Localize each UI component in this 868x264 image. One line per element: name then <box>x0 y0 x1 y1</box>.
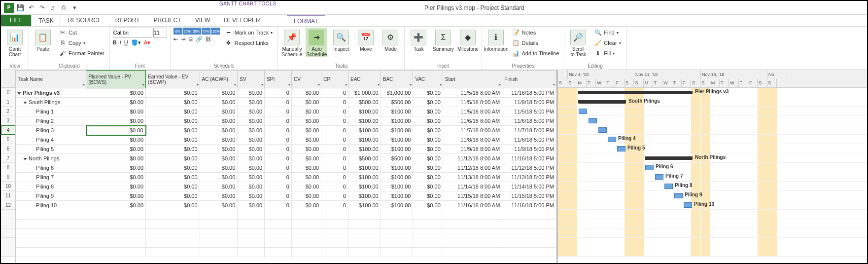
summary-bar[interactable] <box>579 100 625 104</box>
cell-vac[interactable]: $0.00 <box>413 126 443 135</box>
cell-cpi[interactable]: 0 <box>321 116 348 126</box>
cell-pv[interactable]: $0.00 <box>86 201 146 210</box>
gantt-row[interactable]: South Pilings <box>558 97 867 107</box>
cell-acwp[interactable]: $0.00 <box>200 201 238 210</box>
cell-spi[interactable]: 0 <box>265 173 292 182</box>
cell-vac[interactable]: $0.00 <box>413 107 443 116</box>
cell-vac[interactable]: $0.00 <box>413 145 443 154</box>
task-bar[interactable] <box>589 118 597 123</box>
cell-ev[interactable]: $0.00 <box>146 98 200 107</box>
cell-vac[interactable]: $0.00 <box>413 135 443 145</box>
cell-start[interactable]: 11/13/18 8:00 AM <box>443 173 502 182</box>
row-number[interactable]: 6 <box>1 144 15 153</box>
row-number[interactable]: 8 <box>1 163 15 172</box>
insert-milestone-button[interactable]: ◆Milestone <box>457 28 479 52</box>
cell-ev[interactable]: $0.00 <box>146 145 200 154</box>
cell-ev[interactable]: $0.00 <box>146 126 200 135</box>
cell-bac[interactable]: $100.00 <box>381 182 413 191</box>
cell-finish[interactable]: 11/9/18 5:00 PM <box>502 98 556 107</box>
cell-pv[interactable]: $0.00 <box>86 154 146 163</box>
table-row[interactable]: Piling 3$0.00$0.00$0.00$0.000$0.000$100.… <box>16 126 556 135</box>
table-row[interactable]: Piling 7$0.00$0.00$0.00$0.000$0.000$100.… <box>16 173 556 182</box>
cell-finish[interactable]: 11/12/18 5:00 PM <box>502 163 556 173</box>
cell-sv[interactable]: $0.00 <box>238 145 265 154</box>
cell-cv[interactable]: $0.00 <box>291 173 321 182</box>
cell-name[interactable]: Piling 8 <box>16 182 86 191</box>
format-painter-button[interactable]: 🖌Format Painter <box>57 48 106 58</box>
column-header-ev[interactable]: Earned Value - EV (BCWP)▾ <box>146 71 200 88</box>
table-row[interactable]: Piling 9$0.00$0.00$0.00$0.000$0.000$100.… <box>16 191 556 201</box>
cell-start[interactable]: 11/6/18 8:00 AM <box>443 116 502 126</box>
cell-start[interactable]: 11/14/18 8:00 AM <box>443 182 502 191</box>
cell-finish[interactable]: 11/14/18 5:00 PM <box>502 182 556 191</box>
save-icon[interactable]: 💾 <box>16 3 25 12</box>
cell-cv[interactable]: $0.00 <box>291 163 321 173</box>
cell-cv[interactable]: $0.00 <box>291 98 321 107</box>
column-header-vac[interactable]: VAC▾ <box>413 71 443 88</box>
tab-developer[interactable]: DEVELOPER <box>217 15 267 26</box>
cell-acwp[interactable]: $0.00 <box>200 116 238 126</box>
cell-sv[interactable]: $0.00 <box>238 201 265 210</box>
cell-sv[interactable]: $0.00 <box>238 116 265 126</box>
tab-report[interactable]: REPORT <box>108 15 147 26</box>
cell-eac[interactable]: $100.00 <box>348 173 381 182</box>
cell-ev[interactable]: $0.00 <box>146 88 200 98</box>
tab-project[interactable]: PROJECT <box>147 15 188 26</box>
cell-start[interactable]: 11/16/18 8:00 AM <box>443 201 502 210</box>
row-number[interactable]: 4 <box>1 125 15 135</box>
cell-vac[interactable]: $0.00 <box>413 201 443 210</box>
fill-button[interactable]: ⬇Fill▾ <box>592 48 623 58</box>
row-number[interactable]: 11 <box>1 191 15 200</box>
pct-50-button[interactable]: 50% <box>192 28 201 35</box>
task-bar[interactable] <box>664 184 673 189</box>
table-row[interactable]: Piling 4$0.00$0.00$0.00$0.000$0.000$100.… <box>16 135 556 145</box>
gantt-row[interactable]: Piling 4 <box>558 135 867 144</box>
task-bar[interactable] <box>655 174 663 180</box>
cell-cv[interactable]: $0.00 <box>291 116 321 126</box>
summary-bar[interactable] <box>645 156 692 160</box>
fill-color-button[interactable]: 🪣▾ <box>131 39 141 46</box>
cell-bac[interactable]: $500.00 <box>381 98 413 107</box>
cell-spi[interactable]: 0 <box>265 107 292 116</box>
gantt-row[interactable] <box>558 116 867 125</box>
cell-ev[interactable]: $0.00 <box>146 107 200 116</box>
cell-finish[interactable]: 11/6/18 5:00 PM <box>502 116 556 126</box>
cell-pv[interactable]: $0.00 <box>86 88 146 98</box>
cell-acwp[interactable]: $0.00 <box>200 135 238 145</box>
cell-name[interactable]: Piling 10 <box>16 201 86 210</box>
row-number[interactable]: 10 <box>1 182 15 191</box>
italic-button[interactable]: I <box>120 39 121 46</box>
cell-bac[interactable]: $100.00 <box>381 107 413 116</box>
cell-cv[interactable]: $0.00 <box>291 182 321 191</box>
cell-cpi[interactable]: 0 <box>321 201 348 210</box>
cell-spi[interactable]: 0 <box>265 98 292 107</box>
cell-start[interactable]: 11/5/18 8:00 AM <box>443 107 502 116</box>
table-row[interactable]: Piling 10$0.00$0.00$0.00$0.000$0.000$100… <box>16 201 556 210</box>
tab-task[interactable]: TASK <box>31 15 61 26</box>
indent-button[interactable]: ⇥ <box>181 36 185 42</box>
column-header-cpi[interactable]: CPI▾ <box>321 71 348 88</box>
tab-file[interactable]: FILE <box>1 15 31 26</box>
details-button[interactable]: 📋Details <box>510 38 561 48</box>
cell-acwp[interactable]: $0.00 <box>200 98 238 107</box>
insert-summary-button[interactable]: ΣSummary <box>432 28 454 52</box>
cell-start[interactable]: 11/12/18 8:00 AM <box>443 154 502 163</box>
cell-start[interactable]: 11/5/18 8:00 AM <box>443 88 502 98</box>
manually-schedule-button[interactable]: 📌Manually Schedule <box>281 28 303 57</box>
cell-acwp[interactable]: $0.00 <box>200 191 238 201</box>
cell-pv[interactable]: $0.00 <box>86 107 146 116</box>
cell-spi[interactable]: 0 <box>265 135 292 145</box>
cell-pv[interactable]: $0.00 <box>86 163 146 173</box>
gantt-chart-button[interactable]: 📊 Gantt Chart <box>4 28 26 57</box>
link-tasks-button[interactable]: 🔗 <box>196 36 203 42</box>
row-number[interactable]: 5 <box>1 135 15 144</box>
tab-resource[interactable]: RESOURCE <box>61 15 108 26</box>
font-face-input[interactable] <box>113 28 152 38</box>
cell-pv[interactable]: $0.00 <box>86 98 146 107</box>
cell-ev[interactable]: $0.00 <box>146 173 200 182</box>
cell-vac[interactable]: $0.00 <box>413 154 443 163</box>
spark-icon[interactable]: ⎎ <box>48 3 57 12</box>
cell-ev[interactable]: $0.00 <box>146 116 200 126</box>
task-bar[interactable] <box>684 202 692 208</box>
column-header-bac[interactable]: BAC▾ <box>381 71 413 88</box>
